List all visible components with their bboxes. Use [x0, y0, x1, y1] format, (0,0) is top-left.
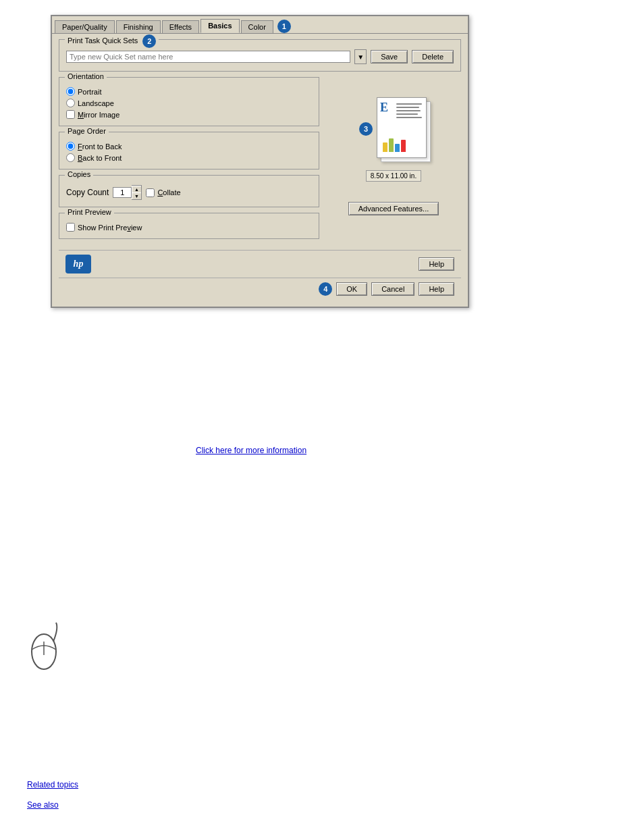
hp-logo: hp: [65, 255, 91, 273]
page-line-2: [396, 107, 419, 108]
collate-checkbox[interactable]: [146, 188, 155, 197]
main-content: Orientation Portrait Landscape Mirror: [59, 77, 461, 244]
mouse-icon: [24, 621, 64, 675]
advanced-features-button[interactable]: Advanced Features...: [348, 202, 439, 215]
spinbox-buttons: ▲ ▼: [132, 185, 142, 200]
advanced-features-area: Advanced Features...: [348, 202, 439, 215]
spinbox-down[interactable]: ▼: [132, 192, 141, 199]
back-to-front-radio[interactable]: [66, 153, 75, 162]
collate-option[interactable]: Collate: [146, 188, 180, 197]
quick-sets-row: ▼ Save Delete: [66, 49, 454, 64]
page-main: E: [377, 97, 427, 158]
page-order-options: Front to Back Back to Front: [66, 142, 312, 162]
bar-red: [401, 140, 406, 152]
page-lines: [396, 103, 422, 118]
preview-area: 3 E: [356, 90, 431, 167]
tab-finishing[interactable]: Finishing: [116, 20, 161, 33]
see-also-link[interactable]: See also: [27, 800, 59, 810]
dialog-footer: hp Help: [59, 250, 461, 278]
orientation-options: Portrait Landscape Mirror Image: [66, 87, 312, 119]
mirror-checkbox[interactable]: [66, 110, 75, 119]
bar-blue: [395, 144, 400, 152]
show-preview-checkbox[interactable]: [66, 223, 75, 232]
spinbox-up[interactable]: ▲: [132, 186, 141, 192]
copies-row: Copy Count ▲ ▼ Collate: [66, 185, 312, 200]
bar-green: [389, 138, 394, 152]
print-preview-options: Show Print Preview: [66, 223, 312, 232]
tab-basics[interactable]: Basics: [200, 19, 239, 33]
quick-sets-label: Print Task Quick Sets 2: [65, 34, 159, 48]
save-button[interactable]: Save: [371, 50, 408, 63]
bottom-btn-row: 4 OK Cancel Help: [59, 278, 461, 300]
front-to-back-radio[interactable]: [66, 142, 75, 151]
info-link[interactable]: Click here for more information: [196, 446, 306, 455]
tab-effects[interactable]: Effects: [162, 20, 199, 33]
page-order-label: Page Order: [65, 127, 109, 135]
copy-count-label: Copy Count: [66, 188, 109, 197]
mouse-icon-area: [24, 621, 64, 677]
link-area-2: Related topics: [27, 780, 78, 789]
copies-group: Copies Copy Count ▲ ▼ Collate: [59, 175, 319, 207]
mirror-option[interactable]: Mirror Image: [66, 110, 312, 119]
landscape-radio[interactable]: [66, 99, 75, 107]
print-properties-dialog: Paper/Quality Finishing Effects Basics C…: [51, 15, 469, 308]
step-badge-4: 4: [319, 282, 332, 296]
quick-sets-input[interactable]: [66, 51, 350, 63]
orientation-group: Orientation Portrait Landscape Mirror: [59, 77, 319, 126]
page-bars: [383, 138, 406, 152]
delete-button[interactable]: Delete: [412, 50, 454, 63]
bar-yellow: [383, 142, 387, 152]
back-to-front-option[interactable]: Back to Front: [66, 153, 312, 162]
copy-count-spinbox: ▲ ▼: [113, 185, 142, 200]
right-col: 3 E: [326, 77, 461, 244]
front-to-back-option[interactable]: Front to Back: [66, 142, 312, 151]
left-col: Orientation Portrait Landscape Mirror: [59, 77, 319, 244]
page-preview: E: [377, 97, 431, 162]
page-line-5: [396, 117, 422, 118]
portrait-option[interactable]: Portrait: [66, 87, 312, 96]
link-area-1: Click here for more information: [196, 446, 306, 455]
portrait-radio[interactable]: [66, 87, 75, 96]
landscape-option[interactable]: Landscape: [66, 99, 312, 107]
step-badge-2: 2: [142, 34, 156, 48]
print-preview-group: Print Preview Show Print Preview: [59, 213, 319, 239]
orientation-label: Orientation: [65, 72, 107, 80]
show-preview-option[interactable]: Show Print Preview: [66, 223, 312, 232]
tab-color[interactable]: Color: [241, 20, 273, 33]
quick-sets-group: Print Task Quick Sets 2 ▼ Save Delete: [59, 39, 461, 72]
page-line-4: [396, 113, 418, 115]
print-preview-label: Print Preview: [65, 208, 114, 216]
page-size-label: 8.50 x 11.00 in.: [366, 170, 421, 182]
step-badge-1: 1: [277, 20, 291, 33]
tabs-row: Paper/Quality Finishing Effects Basics C…: [52, 16, 468, 33]
dialog-body: Print Task Quick Sets 2 ▼ Save Delete Or…: [52, 33, 468, 307]
tab-paper-quality[interactable]: Paper/Quality: [55, 20, 115, 33]
step-badge-3: 3: [359, 122, 373, 136]
related-topics-link[interactable]: Related topics: [27, 780, 78, 789]
page-letter: E: [380, 101, 388, 115]
copies-label: Copies: [65, 170, 93, 178]
page-line-1: [396, 103, 422, 105]
help-button[interactable]: Help: [419, 282, 454, 296]
inner-help-button[interactable]: Help: [419, 257, 454, 271]
page-line-3: [396, 110, 421, 111]
ok-button[interactable]: OK: [336, 282, 367, 296]
link-area-3: See also: [27, 800, 59, 810]
cancel-button[interactable]: Cancel: [371, 282, 414, 296]
quick-sets-dropdown[interactable]: ▼: [354, 49, 367, 64]
page-order-group: Page Order Front to Back Back to Front: [59, 132, 319, 170]
copy-count-input[interactable]: [113, 187, 132, 198]
